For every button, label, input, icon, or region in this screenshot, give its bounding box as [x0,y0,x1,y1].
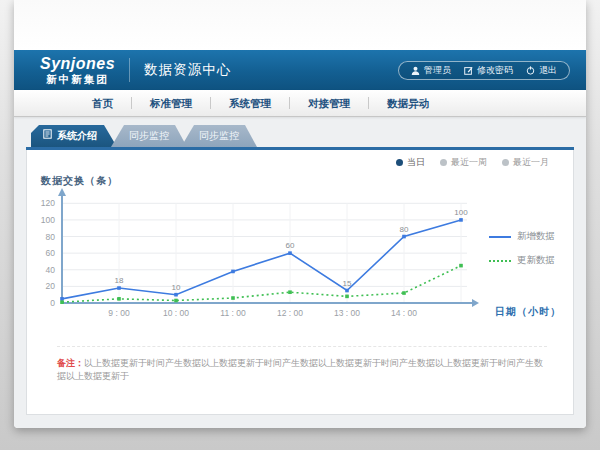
radio-dot-icon [440,159,447,166]
brand-name: Synjones [40,56,115,72]
window-top-spacer [14,0,586,50]
tab-bar: 系统介绍 同步监控 同步监控 [26,125,574,147]
tab-sync-monitor-1[interactable]: 同步监控 [111,125,187,147]
tab-label: 同步监控 [129,130,169,141]
chart-legend: 新增数据 更新数据 [489,230,555,267]
legend-item-new-data[interactable]: 新增数据 [489,230,555,243]
user-toolbar: 管理员 修改密码 退出 [398,61,570,80]
svg-text:10 : 00: 10 : 00 [163,308,189,318]
radio-last-month[interactable]: 最近一月 [502,156,549,169]
legend-item-updated-data[interactable]: 更新数据 [489,254,555,267]
nav-item-home[interactable]: 首页 [74,90,131,117]
main-nav: 首页 标准管理 系统管理 对接管理 数据异动 [14,90,586,117]
admin-user-label: 管理员 [424,64,451,77]
logout-label: 退出 [539,64,557,77]
time-range-selector: 当日 最近一周 最近一月 [396,156,549,169]
svg-text:80: 80 [46,232,56,242]
content-area: 系统介绍 同步监控 同步监控 当日 最近一 [14,117,586,428]
svg-text:11 : 00: 11 : 00 [220,308,246,318]
logout-button[interactable]: 退出 [526,64,557,77]
svg-text:100: 100 [454,208,468,217]
desktop-background: Synjones 新中新集团 数据资源中心 管理员 修改密码 [0,0,600,450]
app-window: Synjones 新中新集团 数据资源中心 管理员 修改密码 [14,0,586,428]
radio-dot-icon [396,159,403,166]
svg-text:12 : 00: 12 : 00 [277,308,303,318]
svg-text:20: 20 [46,281,56,291]
svg-text:14 : 00: 14 : 00 [391,308,417,318]
svg-text:40: 40 [46,265,56,275]
svg-text:80: 80 [400,225,409,234]
svg-text:0: 0 [50,298,55,308]
line-chart: 0204060801001209 : 0010 : 0011 : 0012 : … [27,186,507,336]
edit-icon [464,66,473,75]
nav-item-standard-mgmt[interactable]: 标准管理 [132,90,210,117]
svg-text:13 : 00: 13 : 00 [334,308,360,318]
user-icon [411,66,420,75]
nav-item-data-change[interactable]: 数据异动 [369,90,447,117]
svg-text:18: 18 [115,276,124,285]
footnote-text: 以上数据更新于时间产生数据以上数据更新于时间产生数据以上数据更新于时间产生数据以… [57,358,543,381]
change-password-button[interactable]: 修改密码 [464,64,513,77]
nav-item-system-mgmt[interactable]: 系统管理 [211,90,289,117]
svg-text:15: 15 [343,279,352,288]
legend-line-swatch [489,260,511,262]
chart-panel: 当日 最近一周 最近一月 数据交换（条） 0204060801001209 : … [26,150,574,415]
svg-text:100: 100 [41,215,55,225]
svg-text:60: 60 [286,241,295,250]
admin-user-button[interactable]: 管理员 [411,64,451,77]
radio-dot-icon [502,159,509,166]
brand-subtitle: 新中新集团 [40,74,115,85]
header-divider [129,58,130,82]
radio-last-week[interactable]: 最近一周 [440,156,487,169]
svg-text:60: 60 [46,248,56,258]
legend-line-swatch [489,236,511,238]
power-icon [526,66,535,75]
x-axis-title: 日期（小时） [495,305,561,319]
footnote-prefix: 备注： [57,358,84,368]
brand-logo: Synjones 新中新集团 [40,56,115,85]
legend-label: 新增数据 [517,230,555,243]
tab-sync-monitor-2[interactable]: 同步监控 [181,125,257,147]
legend-label: 更新数据 [517,254,555,267]
tab-label: 同步监控 [199,130,239,141]
page-title: 数据资源中心 [144,61,231,79]
nav-item-interface-mgmt[interactable]: 对接管理 [290,90,368,117]
svg-text:10: 10 [172,283,181,292]
tab-system-intro[interactable]: 系统介绍 [31,125,117,147]
footnote: 备注：以上数据更新于时间产生数据以上数据更新于时间产生数据以上数据更新于时间产生… [57,346,547,382]
tab-label: 系统介绍 [57,125,97,147]
app-header: Synjones 新中新集团 数据资源中心 管理员 修改密码 [14,50,586,90]
change-password-label: 修改密码 [477,64,513,77]
svg-text:120: 120 [41,198,55,208]
radio-today[interactable]: 当日 [396,156,425,169]
svg-text:9 : 00: 9 : 00 [108,308,130,318]
document-icon [43,125,52,147]
